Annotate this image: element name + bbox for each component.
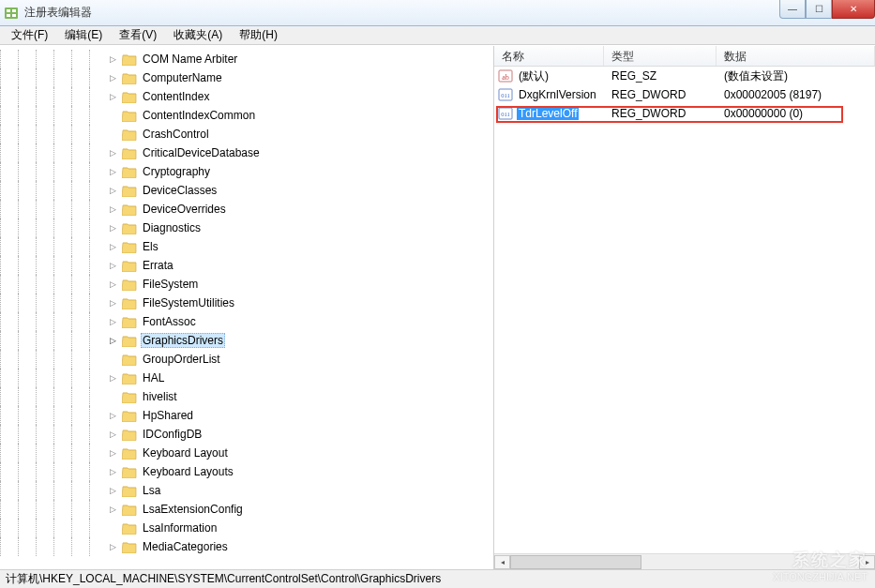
expander-icon[interactable]: ▷ <box>107 429 118 440</box>
tree-item[interactable]: ▷Cryptography <box>0 162 493 181</box>
tree-item[interactable]: ▷Els <box>0 237 493 256</box>
close-button[interactable]: ✕ <box>832 0 875 19</box>
tree-item[interactable]: hivelist <box>0 387 493 406</box>
expander-icon[interactable] <box>107 522 118 534</box>
window-controls: ― ☐ ✕ <box>779 0 875 19</box>
expander-icon[interactable]: ▷ <box>107 410 118 421</box>
tree-item-label: Diagnostics <box>141 220 203 235</box>
tree-item[interactable]: ▷CriticalDeviceDatabase <box>0 143 493 162</box>
tree-item[interactable]: ▷Diagnostics <box>0 219 493 237</box>
minimize-button[interactable]: ― <box>779 0 806 19</box>
status-path: 计算机\HKEY_LOCAL_MACHINE\SYSTEM\CurrentCon… <box>6 571 441 587</box>
tree-item-label: CrashControl <box>141 127 211 142</box>
expander-icon[interactable]: ▷ <box>107 279 118 290</box>
expander-icon[interactable]: ▷ <box>107 541 118 552</box>
horizontal-scrollbar[interactable]: ◂ ▸ <box>494 553 875 569</box>
scroll-track[interactable] <box>510 555 859 569</box>
statusbar: 计算机\HKEY_LOCAL_MACHINE\SYSTEM\CurrentCon… <box>0 569 875 588</box>
tree-item[interactable]: ▷HAL <box>0 369 493 387</box>
expander-icon[interactable] <box>107 128 118 140</box>
menu-favorites[interactable]: 收藏夹(A) <box>166 26 230 44</box>
tree-item[interactable]: ▷ContentIndex <box>0 87 493 106</box>
expander-icon[interactable]: ▷ <box>107 316 118 327</box>
expander-icon[interactable]: ▷ <box>107 260 118 271</box>
scroll-thumb[interactable] <box>510 555 641 569</box>
tree-item[interactable]: ▷IDConfigDB <box>0 425 493 444</box>
value-row[interactable]: ab(默认)REG_SZ(数值未设置) <box>494 67 875 85</box>
tree-item[interactable]: LsaInformation <box>0 519 493 537</box>
value-name: DxgKrnlVersion <box>517 88 598 101</box>
expander-icon[interactable]: ▷ <box>107 447 118 459</box>
expander-icon[interactable]: ▷ <box>107 241 118 252</box>
tree-body[interactable]: ▷COM Name Arbiter▷ComputerName▷ContentIn… <box>0 46 493 569</box>
value-row[interactable]: 011TdrLevelOffREG_DWORD0x00000000 (0) <box>494 104 875 123</box>
expander-icon[interactable]: ▷ <box>107 504 118 515</box>
tree-item[interactable]: ▷HpShared <box>0 406 493 425</box>
tree-item-label: ContentIndexCommon <box>141 108 257 123</box>
tree-item[interactable]: ▷GraphicsDrivers <box>0 331 493 350</box>
value-data: 0x00000000 (0) <box>717 107 875 120</box>
menu-view[interactable]: 查看(V) <box>112 26 164 44</box>
expander-icon[interactable]: ▷ <box>107 466 118 477</box>
tree-item-label: DeviceOverrides <box>141 202 228 217</box>
tree-item[interactable]: ▷ComputerName <box>0 68 493 87</box>
app-icon <box>4 6 19 21</box>
expander-icon[interactable]: ▷ <box>107 91 118 102</box>
tree-item-label: FileSystemUtilities <box>141 295 236 310</box>
tree-item-label: Keyboard Layouts <box>141 464 235 479</box>
col-header-data[interactable]: 数据 <box>717 46 875 66</box>
menu-file[interactable]: 文件(F) <box>4 26 55 44</box>
expander-icon[interactable] <box>107 354 118 365</box>
svg-rect-1 <box>7 9 10 12</box>
tree-item-label: FontAssoc <box>141 314 198 329</box>
tree-item-label: Errata <box>141 258 175 273</box>
expander-icon[interactable]: ▷ <box>107 204 118 215</box>
tree-item[interactable]: GroupOrderList <box>0 350 493 369</box>
expander-icon[interactable]: ▷ <box>107 166 118 177</box>
tree-item[interactable]: CrashControl <box>0 125 493 143</box>
tree-item-label: GraphicsDrivers <box>141 333 225 348</box>
tree-item[interactable]: ContentIndexCommon <box>0 106 493 125</box>
expander-icon[interactable] <box>107 110 118 121</box>
tree-item-label: COM Name Arbiter <box>141 52 239 67</box>
expander-icon[interactable]: ▷ <box>107 222 118 234</box>
expander-icon[interactable]: ▷ <box>107 72 118 83</box>
scroll-right-button[interactable]: ▸ <box>859 555 875 569</box>
expander-icon[interactable]: ▷ <box>107 372 118 384</box>
tree-item[interactable]: ▷Keyboard Layout <box>0 444 493 462</box>
scroll-left-button[interactable]: ◂ <box>494 555 510 569</box>
menubar: 文件(F) 编辑(E) 查看(V) 收藏夹(A) 帮助(H) <box>0 26 875 45</box>
tree-item-label: hivelist <box>141 389 179 404</box>
tree-item[interactable]: ▷Lsa <box>0 481 493 500</box>
expander-icon[interactable]: ▷ <box>107 297 118 309</box>
expander-icon[interactable]: ▷ <box>107 53 118 65</box>
tree-item[interactable]: ▷FileSystem <box>0 275 493 294</box>
menu-edit[interactable]: 编辑(E) <box>57 26 110 44</box>
svg-text:011: 011 <box>501 111 510 117</box>
expander-icon[interactable]: ▷ <box>107 485 118 496</box>
tree-item[interactable]: ▷COM Name Arbiter <box>0 50 493 68</box>
values-body[interactable]: ab(默认)REG_SZ(数值未设置)011DxgKrnlVersionREG_… <box>494 67 875 553</box>
tree-item[interactable]: ▷DeviceOverrides <box>0 200 493 219</box>
col-header-name[interactable]: 名称 <box>494 46 604 66</box>
tree-item[interactable]: ▷LsaExtensionConfig <box>0 500 493 519</box>
tree-item-label: Lsa <box>141 483 162 498</box>
tree-item[interactable]: ▷DeviceClasses <box>0 181 493 200</box>
expander-icon[interactable]: ▷ <box>107 185 118 196</box>
col-header-type[interactable]: 类型 <box>604 46 717 66</box>
tree-item-label: LsaInformation <box>141 520 219 535</box>
tree-item-label: HpShared <box>141 408 195 423</box>
value-row[interactable]: 011DxgKrnlVersionREG_DWORD0x00002005 (81… <box>494 85 875 104</box>
expander-icon[interactable]: ▷ <box>107 335 118 346</box>
value-data: (数值未设置) <box>717 68 875 84</box>
tree-item[interactable]: ▷Errata <box>0 256 493 275</box>
expander-icon[interactable] <box>107 391 118 402</box>
tree-item[interactable]: ▷FileSystemUtilities <box>0 294 493 312</box>
tree-item[interactable]: ▷Keyboard Layouts <box>0 462 493 481</box>
value-type: REG_DWORD <box>604 107 717 120</box>
tree-item[interactable]: ▷MediaCategories <box>0 537 493 556</box>
menu-help[interactable]: 帮助(H) <box>232 26 285 44</box>
expander-icon[interactable]: ▷ <box>107 147 118 158</box>
maximize-button[interactable]: ☐ <box>806 0 832 19</box>
tree-item[interactable]: ▷FontAssoc <box>0 312 493 331</box>
